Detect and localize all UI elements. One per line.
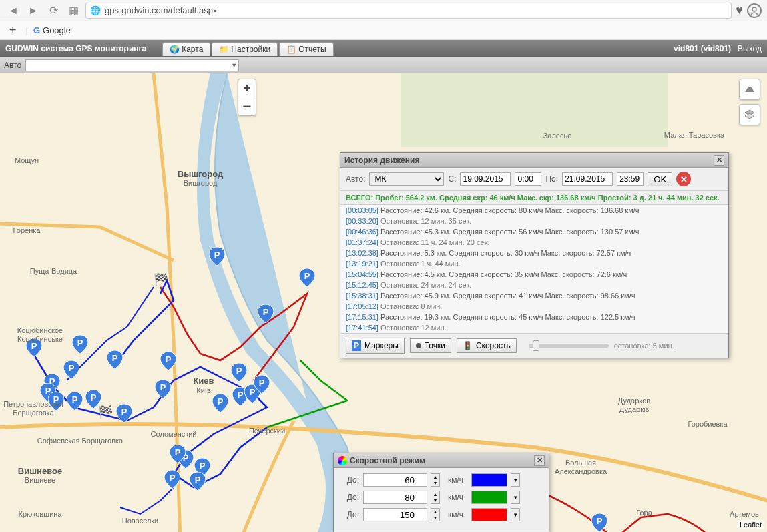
history-title-bar[interactable]: История движения ✕ — [340, 153, 728, 168]
parking-marker[interactable]: P — [63, 360, 79, 379]
parking-marker[interactable]: P — [67, 392, 83, 411]
history-list[interactable]: [00:03:05] Расстояние: 42.6 км. Средняя … — [340, 205, 728, 333]
spinner[interactable]: ▲▼ — [431, 473, 440, 487]
map-label: Вишневое — [18, 466, 62, 476]
color-swatch[interactable] — [471, 508, 507, 521]
from-date-input[interactable] — [460, 172, 511, 186]
parking-marker[interactable]: P — [190, 472, 206, 491]
history-row[interactable]: [00:03:05] Расстояние: 42.6 км. Средняя … — [340, 205, 728, 216]
speed-title-bar[interactable]: Скоростной режим ✕ — [334, 453, 549, 468]
leaflet-attribution[interactable]: Leaflet — [737, 520, 764, 529]
parking-marker[interactable]: P — [170, 445, 186, 463]
history-close-button[interactable]: ✕ — [714, 155, 724, 166]
svg-text:P: P — [218, 396, 224, 407]
speed-value-input[interactable] — [363, 473, 427, 487]
svg-text:P: P — [112, 353, 118, 363]
app-title: GUDWIN система GPS мониторинга — [5, 44, 146, 53]
speed-close-button[interactable]: ✕ — [534, 455, 545, 466]
markers-button[interactable]: PМаркеры — [346, 338, 405, 354]
tab-map[interactable]: 🌍Карта — [162, 42, 210, 56]
history-row[interactable]: [00:46:36] Расстояние: 45.3 км. Средняя … — [340, 226, 728, 237]
parking-marker[interactable]: P — [116, 404, 132, 423]
parking-marker[interactable]: P — [107, 350, 123, 369]
svg-text:P: P — [69, 363, 75, 373]
history-row[interactable]: [15:04:55] Расстояние: 4.5 км. Средняя с… — [340, 269, 728, 280]
parking-marker[interactable]: P — [591, 513, 607, 532]
parking-marker[interactable]: P — [212, 394, 228, 413]
color-swatch[interactable] — [471, 491, 507, 504]
favorite-icon[interactable]: ♥ — [736, 3, 743, 17]
parking-marker[interactable]: P — [254, 375, 270, 394]
parking-marker[interactable]: P — [231, 363, 247, 382]
color-dropdown[interactable]: ▼ — [511, 508, 520, 521]
spinner[interactable]: ▲▼ — [431, 508, 440, 521]
parking-marker[interactable]: P — [258, 304, 274, 323]
apps-button[interactable]: ▦ — [65, 3, 81, 19]
browser-bar: ◄ ► ⟳ ▦ 🌐 gps-gudwin.com/default.aspx ♥ — [0, 0, 767, 21]
url-text: gps-gudwin.com/default.aspx — [105, 5, 217, 15]
new-tab-button[interactable]: + — [5, 23, 21, 37]
history-row[interactable]: [01:37:24] Остановка: 11 ч. 24 мин. 20 с… — [340, 237, 728, 248]
to-label: До: — [340, 510, 359, 519]
from-time-input[interactable] — [515, 172, 541, 186]
history-row[interactable]: [15:12:45] Остановка: 24 мин. 24 сек. — [340, 280, 728, 290]
layer-road-button[interactable] — [739, 79, 760, 100]
forward-button[interactable]: ► — [25, 3, 41, 19]
speed-title: Скоростной режим — [350, 456, 425, 465]
map-label: Малая Тарасовка — [664, 131, 724, 139]
profile-icon[interactable] — [747, 3, 762, 18]
zoom-out-button[interactable]: − — [238, 97, 256, 115]
zoom-in-button[interactable]: + — [238, 79, 256, 97]
layer-control — [739, 79, 760, 129]
flag-marker[interactable]: 🏁 — [98, 405, 111, 418]
unit-label: км/ч — [448, 493, 463, 502]
points-button[interactable]: Точки — [410, 338, 451, 353]
tab-reports[interactable]: 📋Отчеты — [279, 42, 333, 56]
to-date-input[interactable] — [562, 172, 613, 186]
parking-marker[interactable]: P — [155, 380, 171, 398]
stop-slider[interactable] — [529, 344, 609, 348]
history-row[interactable]: [17:41:54] Остановка: 12 мин. — [340, 322, 728, 333]
history-row[interactable]: [13:02:38] Расстояние: 5.3 км. Средняя с… — [340, 248, 728, 258]
speed-button[interactable]: 🚦Скорость — [457, 338, 517, 353]
tab-settings[interactable]: 📁Настройки — [212, 42, 278, 56]
map-label: Горенка — [13, 226, 41, 234]
color-swatch[interactable] — [471, 473, 507, 487]
flag-marker[interactable]: 🏁 — [154, 272, 167, 286]
google-bookmark[interactable]: G Google — [33, 25, 71, 35]
map[interactable]: + − Leaflet PPPPPPPPPPPPPPPPPPPPPPPPPP🏁🏁… — [0, 73, 767, 532]
speed-value-input[interactable] — [363, 508, 427, 521]
parking-marker[interactable]: P — [164, 470, 180, 489]
reload-button[interactable]: ⟳ — [45, 3, 61, 19]
speed-body: До:▲▼км/ч▼До:▲▼км/ч▼До:▲▼км/ч▼ — [334, 468, 549, 531]
svg-text:P: P — [72, 394, 78, 405]
history-row[interactable]: [17:15:31] Расстояние: 19.3 км. Средняя … — [340, 312, 728, 322]
parking-marker[interactable]: P — [160, 352, 176, 370]
clear-button[interactable]: ✕ — [676, 172, 691, 186]
back-button[interactable]: ◄ — [5, 3, 21, 19]
history-row[interactable]: [00:33:20] Остановка: 12 мин. 35 сек. — [340, 216, 728, 226]
parking-marker[interactable]: P — [209, 247, 225, 266]
map-label: Большая — [565, 459, 596, 467]
layer-stack-button[interactable] — [739, 104, 760, 125]
logout-link[interactable]: Выход — [738, 44, 762, 53]
color-dropdown[interactable]: ▼ — [511, 491, 520, 504]
svg-text:P: P — [597, 516, 603, 526]
history-row[interactable]: [17:05:12] Остановка: 8 мин. — [340, 301, 728, 312]
google-icon: G — [33, 25, 40, 35]
history-row[interactable]: [13:19:21] Остановка: 1 ч. 44 мин. — [340, 258, 728, 269]
history-row[interactable]: [15:38:31] Расстояние: 45.9 км. Средняя … — [340, 290, 728, 301]
svg-text:P: P — [200, 461, 206, 471]
color-dropdown[interactable]: ▼ — [511, 473, 520, 487]
vehicle-select[interactable]: ▼ — [25, 59, 239, 71]
ok-button[interactable]: OK — [648, 172, 672, 186]
url-bar[interactable]: 🌐 gps-gudwin.com/default.aspx — [85, 3, 732, 19]
auto-select[interactable]: МК — [369, 172, 444, 186]
speed-value-input[interactable] — [363, 491, 427, 504]
spinner[interactable]: ▲▼ — [431, 491, 440, 504]
map-label: Дударків — [619, 405, 650, 413]
to-time-input[interactable] — [617, 172, 644, 186]
map-label: Петропавловская — [3, 400, 63, 408]
parking-marker[interactable]: P — [299, 268, 315, 287]
parking-marker[interactable]: P — [72, 335, 88, 354]
